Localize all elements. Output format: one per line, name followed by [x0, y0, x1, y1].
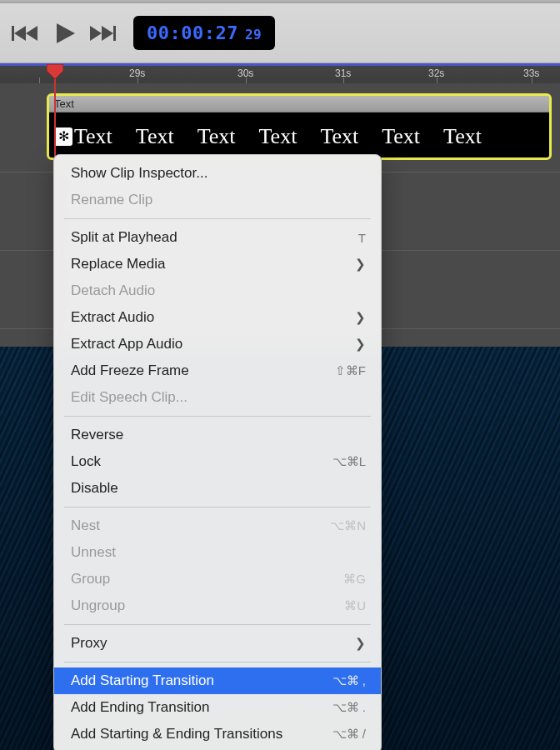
- menu-item-label: Group: [71, 571, 110, 588]
- menu-separator: [64, 416, 371, 417]
- clip-thumb-text: Text: [136, 124, 174, 149]
- menu-item-label: Edit Speech Clip...: [71, 389, 188, 406]
- menu-shortcut: ⌘U: [344, 598, 366, 613]
- timecode-frames: 29: [245, 27, 262, 42]
- timecode-value: 00:00:27: [147, 22, 238, 43]
- menu-shortcut: ⇧⌘F: [335, 363, 366, 378]
- svg-marker-1: [14, 26, 26, 41]
- menu-item-nest: Nest⌥⌘N: [54, 512, 381, 539]
- menu-item-edit-speech-clip: Edit Speech Clip...: [54, 384, 381, 411]
- menu-item-label: Unnest: [71, 544, 116, 561]
- menu-item-add-starting-ending-transitions[interactable]: Add Starting & Ending Transitions⌥⌘ /: [54, 721, 381, 748]
- menu-item-extract-app-audio[interactable]: Extract App Audio❯: [54, 331, 381, 358]
- clip-thumb-text: Text: [74, 124, 112, 149]
- menu-item-label: Add Freeze Frame: [71, 362, 189, 379]
- clip-thumb-text: Text: [443, 124, 482, 149]
- menu-item-extract-audio[interactable]: Extract Audio❯: [54, 304, 381, 331]
- clip-thumb-text: Text: [320, 124, 358, 149]
- menu-item-ungroup: Ungroup⌘U: [54, 592, 381, 619]
- menu-item-label: Proxy: [71, 635, 107, 652]
- svg-marker-5: [102, 26, 113, 41]
- menu-shortcut: ⌥⌘N: [330, 518, 366, 533]
- menu-separator: [64, 624, 371, 625]
- skip-back-icon[interactable]: [12, 24, 40, 42]
- gear-icon[interactable]: ✻: [54, 128, 72, 146]
- menu-shortcut: T: [358, 231, 366, 245]
- menu-item-detach-audio: Detach Audio: [54, 278, 381, 304]
- chevron-right-icon: ❯: [355, 310, 366, 325]
- play-controls: [12, 22, 118, 45]
- menu-item-reverse[interactable]: Reverse: [54, 422, 381, 448]
- menu-item-label: Ungroup: [71, 598, 125, 614]
- clip-title: Text: [49, 96, 549, 112]
- clip-thumb-text: Text: [259, 124, 298, 149]
- playhead[interactable]: [47, 64, 63, 81]
- menu-item-label: Replace Media: [71, 256, 165, 272]
- menu-item-label: Add Ending Transition: [71, 699, 209, 716]
- chevron-right-icon: ❯: [355, 257, 366, 272]
- clip-thumbnails: ✻ Text Text Text Text Text Text Text: [49, 112, 549, 160]
- menu-item-label: Lock: [71, 453, 101, 470]
- menu-item-add-ending-transition[interactable]: Add Ending Transition⌥⌘ .: [54, 694, 381, 721]
- chevron-right-icon: ❯: [355, 337, 366, 352]
- timecode-display[interactable]: 00:00:27 29: [133, 16, 275, 50]
- menu-item-unnest: Unnest: [54, 539, 381, 566]
- menu-separator: [64, 507, 371, 508]
- text-clip[interactable]: Text ✻ Text Text Text Text Text Text Tex…: [47, 93, 552, 160]
- menu-item-proxy[interactable]: Proxy❯: [54, 630, 381, 657]
- menu-shortcut: ⌥⌘L: [332, 454, 366, 469]
- playback-toolbar: 00:00:27 29: [0, 3, 560, 63]
- play-icon[interactable]: [53, 22, 77, 45]
- menu-item-label: Reverse: [71, 427, 123, 443]
- menu-shortcut: ⌥⌘ /: [332, 727, 366, 742]
- menu-item-label: Disable: [71, 480, 118, 497]
- menu-item-show-clip-inspector[interactable]: Show Clip Inspector...: [54, 160, 381, 187]
- menu-item-label: Show Clip Inspector...: [71, 165, 208, 182]
- menu-shortcut: ⌘G: [343, 572, 366, 587]
- svg-rect-0: [12, 26, 14, 41]
- menu-item-split-at-playhead[interactable]: Split at PlayheadT: [54, 224, 381, 251]
- menu-item-group: Group⌘G: [54, 566, 381, 592]
- menu-item-label: Extract Audio: [71, 309, 154, 326]
- svg-rect-6: [113, 26, 116, 41]
- menu-item-lock[interactable]: Lock⌥⌘L: [54, 448, 381, 475]
- menu-shortcut: ⌥⌘ ,: [332, 673, 366, 688]
- chevron-right-icon: ❯: [355, 636, 366, 651]
- clip-thumb-text: Text: [198, 124, 236, 149]
- menu-item-label: Add Starting Transition: [71, 672, 214, 689]
- menu-separator: [64, 218, 371, 219]
- svg-marker-3: [57, 23, 75, 43]
- skip-forward-icon[interactable]: [90, 24, 118, 42]
- timeline-ruler[interactable]: 29s 30s 31s 32s 33s: [0, 63, 560, 83]
- menu-item-label: Nest: [71, 518, 100, 534]
- menu-item-add-freeze-frame[interactable]: Add Freeze Frame⇧⌘F: [54, 358, 381, 384]
- menu-item-add-starting-transition[interactable]: Add Starting Transition⌥⌘ ,: [54, 668, 381, 694]
- menu-item-label: Extract App Audio: [71, 336, 182, 352]
- menu-item-label: Rename Clip: [71, 192, 152, 208]
- menu-separator: [64, 662, 371, 662]
- menu-item-rename-clip: Rename Clip: [54, 187, 381, 213]
- clip-thumb-text: Text: [382, 124, 420, 149]
- menu-item-label: Split at Playhead: [71, 229, 178, 246]
- menu-item-label: Detach Audio: [71, 282, 155, 299]
- menu-shortcut: ⌥⌘ .: [332, 700, 366, 715]
- svg-marker-2: [26, 26, 38, 41]
- menu-item-disable[interactable]: Disable: [54, 475, 381, 502]
- menu-item-replace-media[interactable]: Replace Media❯: [54, 251, 381, 278]
- menu-item-label: Add Starting & Ending Transitions: [71, 726, 282, 742]
- svg-marker-4: [90, 26, 102, 41]
- clip-context-menu: Show Clip Inspector...Rename ClipSplit a…: [53, 154, 382, 750]
